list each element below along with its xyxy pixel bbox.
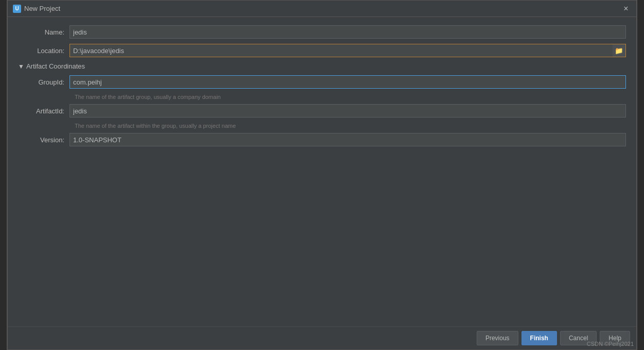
name-label: Name: — [18, 28, 69, 36]
artifactid-input[interactable] — [69, 104, 626, 118]
groupid-hint: The name of the artifact group, usually … — [75, 94, 626, 100]
location-input-group: 📁 — [69, 44, 626, 57]
location-row: Location: 📁 — [18, 44, 626, 57]
version-label: Version: — [18, 136, 69, 144]
groupid-label: GroupId: — [18, 78, 69, 86]
name-input[interactable] — [69, 25, 626, 39]
artifactid-hint: The name of the artifact within the grou… — [75, 123, 626, 129]
version-input[interactable] — [69, 133, 626, 146]
artifact-section-header: ▼ Artifact Coordinates — [18, 62, 626, 70]
new-project-dialog: U New Project × Name: Location: 📁 ▼ — [7, 0, 637, 350]
version-row: Version: — [18, 133, 626, 146]
dialog-title: New Project — [24, 5, 60, 12]
artifact-toggle[interactable]: ▼ — [18, 63, 24, 70]
artifactid-label: ArtifactId: — [18, 107, 69, 115]
artifact-section-title: Artifact Coordinates — [26, 62, 85, 70]
previous-button[interactable]: Previous — [477, 331, 518, 345]
dialog-icon: U — [13, 5, 21, 13]
dialog-titlebar: U New Project × — [8, 1, 636, 17]
sidebar-left — [0, 0, 7, 350]
folder-icon: 📁 — [615, 47, 623, 55]
artifactid-row: ArtifactId: — [18, 104, 626, 118]
location-label: Location: — [18, 47, 69, 55]
browse-button[interactable]: 📁 — [613, 44, 626, 57]
dialog-content: Name: Location: 📁 ▼ Artifact Coordinates… — [8, 17, 636, 326]
name-row: Name: — [18, 25, 626, 39]
groupid-input[interactable] — [69, 75, 626, 89]
watermark: CSDN ©Peihj2021 — [587, 341, 634, 347]
groupid-row: GroupId: — [18, 75, 626, 89]
dialog-title-left: U New Project — [13, 5, 60, 13]
sidebar-right — [637, 0, 644, 350]
dialog-footer: Previous Finish Cancel Help — [8, 326, 636, 349]
close-button[interactable]: × — [621, 4, 631, 14]
finish-button[interactable]: Finish — [521, 331, 557, 345]
location-input[interactable] — [69, 44, 613, 57]
